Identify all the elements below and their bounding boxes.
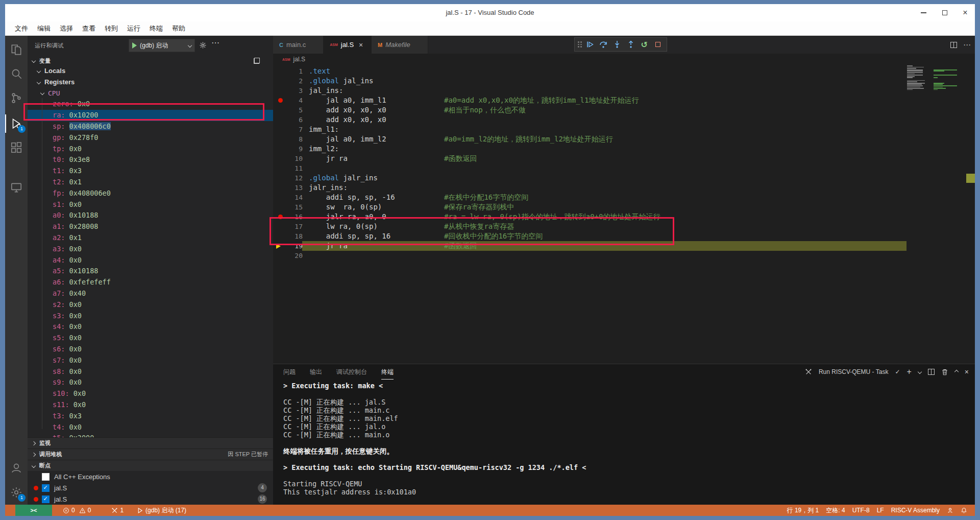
- new-terminal-icon[interactable]: +: [906, 367, 911, 376]
- breakpoint-row[interactable]: jal.S 16: [28, 493, 273, 505]
- breakpoint-checkbox[interactable]: [42, 484, 50, 492]
- menu-item[interactable]: 文件: [10, 21, 33, 36]
- drag-handle-icon[interactable]: [578, 41, 582, 48]
- register-row[interactable]: s4: 0x0: [28, 321, 273, 333]
- register-row[interactable]: tp: 0x0: [28, 144, 273, 155]
- register-row[interactable]: s2: 0x0: [28, 299, 273, 311]
- continue-button[interactable]: [584, 38, 596, 51]
- register-row[interactable]: a5: 0x10188: [28, 266, 273, 277]
- breakpoints-section-header[interactable]: 断点: [28, 460, 273, 471]
- menu-item[interactable]: 编辑: [33, 21, 55, 36]
- terminal-task-label[interactable]: Run RISCV-QEMU - Task: [819, 368, 888, 375]
- remote-indicator[interactable]: ><: [15, 505, 52, 516]
- panel-tab[interactable]: 问题: [283, 364, 296, 380]
- account-icon[interactable]: [5, 458, 28, 478]
- maximize-panel-icon[interactable]: [954, 370, 959, 374]
- register-row[interactable]: a0: 0x10188: [28, 210, 273, 221]
- explorer-icon[interactable]: [5, 40, 28, 60]
- panel-tab[interactable]: 终端: [381, 364, 394, 380]
- split-editor-icon[interactable]: [950, 42, 957, 48]
- breakpoint-checkbox[interactable]: [42, 495, 50, 503]
- register-row[interactable]: t2: 0x1: [28, 177, 273, 188]
- remote-explorer-icon[interactable]: [5, 177, 28, 198]
- register-row[interactable]: a3: 0x0: [28, 244, 273, 255]
- title-bar[interactable]: jal.S - 17 - Visual Studio Code ×: [5, 4, 975, 21]
- register-row[interactable]: t1: 0x3: [28, 166, 273, 177]
- callstack-section-header[interactable]: 调用堆栈 因 STEP 已暂停: [28, 448, 273, 460]
- menu-item[interactable]: 终端: [145, 21, 167, 36]
- language-mode[interactable]: RISC-V Assembly: [888, 505, 943, 516]
- menu-item[interactable]: 选择: [55, 21, 78, 36]
- register-row[interactable]: t3: 0x3: [28, 411, 273, 422]
- register-row[interactable]: s11: 0x0: [28, 399, 273, 411]
- breadcrumb[interactable]: ASM jal.S: [273, 54, 975, 65]
- variables-group-row[interactable]: Locals: [28, 65, 273, 77]
- feedback-icon[interactable]: [943, 505, 957, 516]
- variables-section-header[interactable]: 变量: [28, 55, 273, 66]
- more-actions-icon[interactable]: ⋯: [211, 38, 220, 48]
- cpu-group-row[interactable]: CPU: [28, 88, 273, 99]
- cursor-position[interactable]: 行 19，列 1: [783, 505, 823, 516]
- register-row[interactable]: t4: 0x0: [28, 422, 273, 433]
- register-row[interactable]: s3: 0x0: [28, 311, 273, 322]
- copy-icon[interactable]: [254, 58, 260, 64]
- eol-status[interactable]: LF: [873, 505, 888, 516]
- tab-close-icon[interactable]: ×: [357, 41, 365, 49]
- encoding-status[interactable]: UTF-8: [849, 505, 873, 516]
- register-row[interactable]: a7: 0x40: [28, 288, 273, 299]
- debug-settings-gear-icon[interactable]: [199, 41, 207, 51]
- debug-session-status[interactable]: (gdb) 启动 (17): [133, 505, 190, 516]
- stop-button[interactable]: [652, 38, 664, 51]
- panel-tab[interactable]: 调试控制台: [336, 364, 367, 380]
- register-row[interactable]: s8: 0x0: [28, 366, 273, 377]
- step-over-button[interactable]: [598, 38, 609, 51]
- minimize-button[interactable]: [915, 4, 932, 21]
- register-row[interactable]: a2: 0x1: [28, 232, 273, 244]
- extensions-icon[interactable]: [5, 137, 28, 158]
- register-row[interactable]: s1: 0x0: [28, 199, 273, 210]
- tasks-status[interactable]: 1: [108, 505, 127, 516]
- breakpoint-checkbox[interactable]: [42, 473, 50, 481]
- editor-tab[interactable]: ASM jal.S ×: [324, 36, 372, 54]
- problems-status[interactable]: 0 0: [59, 505, 94, 516]
- menu-item[interactable]: 查看: [78, 21, 100, 36]
- register-row[interactable]: a6: 0xfefefeff: [28, 277, 273, 288]
- breakpoint-row[interactable]: All C++ Exceptions: [28, 471, 273, 482]
- minimap[interactable]: [906, 65, 962, 98]
- code-editor[interactable]: 1 .text 2 .global jal_ins: [273, 65, 975, 364]
- editor-tab[interactable]: M Makefile: [372, 36, 428, 54]
- register-row[interactable]: fp: 0x408006e0: [28, 188, 273, 199]
- split-terminal-icon[interactable]: [928, 369, 935, 375]
- debug-config-dropdown[interactable]: (gdb) 启动: [129, 39, 195, 52]
- register-row[interactable]: s5: 0x0: [28, 333, 273, 344]
- trash-icon[interactable]: [941, 368, 948, 375]
- register-row[interactable]: s7: 0x0: [28, 355, 273, 366]
- maximize-button[interactable]: [936, 4, 953, 21]
- register-row[interactable]: gp: 0x278f0: [28, 132, 273, 144]
- register-row[interactable]: s10: 0x0: [28, 388, 273, 399]
- register-row[interactable]: a4: 0x0: [28, 255, 273, 266]
- settings-gear-icon[interactable]: 1: [5, 482, 28, 503]
- watch-section-header[interactable]: 监视: [28, 437, 273, 448]
- debug-start-icon[interactable]: [132, 42, 137, 49]
- register-row[interactable]: t5: 0x3000: [28, 433, 273, 437]
- step-into-button[interactable]: [611, 38, 623, 51]
- variables-group-row[interactable]: Registers: [28, 77, 273, 88]
- editor-tab[interactable]: C main.c: [273, 36, 324, 54]
- register-row[interactable]: s6: 0x0: [28, 344, 273, 355]
- menu-item[interactable]: 帮助: [167, 21, 190, 36]
- register-row[interactable]: a1: 0x28008: [28, 221, 273, 232]
- register-row[interactable]: s9: 0x0: [28, 377, 273, 388]
- restart-button[interactable]: ↺: [639, 38, 650, 51]
- bell-icon[interactable]: [957, 505, 971, 516]
- close-button[interactable]: ×: [957, 4, 974, 21]
- menu-item[interactable]: 转到: [100, 21, 122, 36]
- more-actions-icon[interactable]: ⋯: [963, 40, 971, 50]
- indentation-status[interactable]: 空格: 4: [822, 505, 848, 516]
- register-row[interactable]: sp: 0x408006c0: [28, 121, 273, 132]
- search-icon[interactable]: [5, 63, 28, 84]
- terminal-dropdown-icon[interactable]: [918, 370, 922, 374]
- step-out-button[interactable]: [625, 38, 636, 51]
- menu-item[interactable]: 运行: [122, 21, 145, 36]
- close-panel-icon[interactable]: ×: [965, 368, 969, 376]
